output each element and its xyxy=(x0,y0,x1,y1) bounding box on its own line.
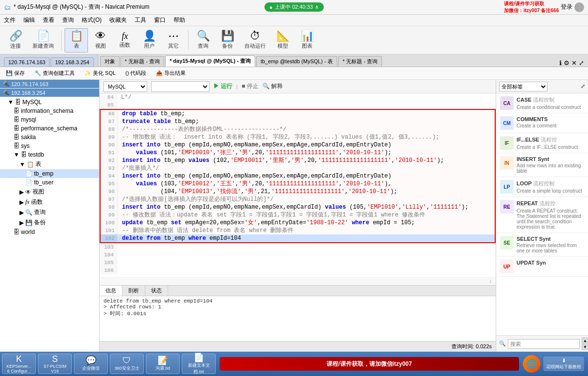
obj-tab-4[interactable]: tb_emp @testdb (MySQL) - 表 xyxy=(256,56,337,67)
toolbar-new-query[interactable]: 📄 新建查询 xyxy=(28,28,58,53)
schema-select[interactable] xyxy=(151,81,209,92)
toolbar-schedule[interactable]: ⏱ 自动运行 xyxy=(240,28,270,53)
sidebar-item-tb-user[interactable]: 📄 tb_user xyxy=(0,178,99,187)
sidebar-item-tables[interactable]: ▼ 📋 表 xyxy=(0,159,99,169)
obj-tab-5[interactable]: * 无标题 - 查询 xyxy=(338,56,382,67)
info-icon[interactable]: ℹ xyxy=(559,59,562,67)
toolbar-sep1 xyxy=(61,31,62,50)
main-area: 🔌 120.76.174.163 🔌 192.168.3.254 ▼ 🗄 MyS… xyxy=(0,80,588,352)
snippet-repeat-desc: Create A REPEAT construct. The Statement… xyxy=(517,208,584,230)
toolbar-model[interactable]: 📐 模型 xyxy=(271,28,294,53)
settings-icon[interactable]: ⚙ xyxy=(564,59,570,67)
conn-tab-2[interactable]: 192.168.3.254 xyxy=(51,57,93,67)
menu-edit[interactable]: 编辑 xyxy=(23,16,35,24)
menu-format[interactable]: 格式(O) xyxy=(82,16,102,24)
stop-button[interactable]: ■ 停止 xyxy=(242,82,259,90)
menu-favorites[interactable]: 收藏夹 xyxy=(109,16,127,24)
info-tab-info[interactable]: 信息 xyxy=(100,286,122,296)
save-btn[interactable]: 💾 保存 xyxy=(4,69,27,77)
snippet-select[interactable]: SE SELECT Synt Retrieve rows selected fr… xyxy=(496,233,588,257)
close-tab-icon[interactable]: ✕ xyxy=(571,59,577,67)
obj-tab-1[interactable]: 对象 xyxy=(100,56,120,67)
sidebar-item-backups[interactable]: ▶ 💾 备份 xyxy=(0,217,99,228)
taskbar-communication[interactable]: 📝 沟通.txt xyxy=(146,354,180,374)
snippet-select-desc: Retrieve rows selected from one or more … xyxy=(517,243,584,253)
toolbar-sep2 xyxy=(188,31,189,50)
schedule-icon: ⏱ xyxy=(250,31,260,41)
taskbar-enterprise-wechat[interactable]: 💬 企业微信 xyxy=(74,354,108,374)
run-button[interactable]: ▶ 运行 xyxy=(213,82,232,90)
taskbar-360[interactable]: 🛡 360安全卫士 xyxy=(110,354,144,374)
user-icon: 👤 xyxy=(143,31,156,41)
menu-window[interactable]: 窗口 xyxy=(154,16,166,24)
expand-icon[interactable]: ⤢ xyxy=(579,59,584,67)
sidebar-item-tb-emp[interactable]: 📄 tb_emp xyxy=(0,169,99,178)
timer-expand[interactable]: ∧ xyxy=(315,4,319,10)
timer-badge[interactable]: ● 上课中 02:40:33 ∧ xyxy=(264,2,324,12)
menu-help[interactable]: 帮助 xyxy=(173,16,185,24)
sidebar-conn-1[interactable]: 🔌 120.76.174.163 xyxy=(0,80,99,88)
snippet-case[interactable]: CA CASE 流程控制 Create a conditional constr… xyxy=(496,93,588,113)
line-num-84: 84 xyxy=(100,93,117,101)
dialect-select[interactable]: MySQL PostgreSQL SQLite xyxy=(104,81,147,92)
snippet-ifelse[interactable]: IF IF...ELSE 流程控 Create a IF...ELSE cons… xyxy=(496,133,588,153)
export-btn[interactable]: 📤 导出结果 xyxy=(154,69,188,77)
taskbar-globe-btn[interactable]: 🌐 xyxy=(523,355,540,373)
sidebar-item-sys[interactable]: 🗄 sys xyxy=(0,142,99,150)
code-snippet-btn[interactable]: () 代码段 xyxy=(123,69,148,77)
code-editor[interactable]: 84 L*/ 85 86 drop table tb_emp; 87 trunc… xyxy=(100,93,496,277)
query-builder-btn[interactable]: 🔧 查询创建工具 xyxy=(33,69,77,77)
sidebar-item-world[interactable]: 🗄 world xyxy=(0,228,99,236)
sidebar-item-functions[interactable]: ▶ fx 函数 xyxy=(0,197,99,207)
obj-tab-3[interactable]: * day15-Mysql @ (MySQL) - 查询 xyxy=(165,55,255,67)
explain-button[interactable]: 🔍 解释 xyxy=(262,82,283,90)
conn-tab-1[interactable]: 120.76.174.163 xyxy=(4,57,50,67)
sidebar-item-sakila[interactable]: 🗄 sakila xyxy=(0,133,99,142)
info-tab-status[interactable]: 状态 xyxy=(145,286,168,296)
taskbar-newfile[interactable]: 📄 新建文本文档.txt xyxy=(182,354,216,374)
snippet-insert[interactable]: IN INSERT Synt Add new rows into an exis… xyxy=(496,153,588,177)
right-panel-filter[interactable]: 全部标签 xyxy=(499,82,548,91)
menu-tools[interactable]: 工具 xyxy=(135,16,146,24)
snippet-comments[interactable]: CM COMMENTS Create a comment xyxy=(496,113,588,133)
menu-view[interactable]: 查看 xyxy=(43,16,54,24)
sidebar-item-views[interactable]: ▶ 👁 视图 xyxy=(0,187,99,197)
sidebar-item-testdb[interactable]: ▼ 🗄 testdb xyxy=(0,150,99,159)
sidebar-item-mysql[interactable]: ▼ 🗄 MySQL xyxy=(0,98,99,107)
sakila-label: sakila xyxy=(21,134,36,141)
sidebar-item-info-schema[interactable]: 🗄 information_schema xyxy=(0,107,99,115)
backup-icon: 💾 xyxy=(221,31,234,41)
toolbar-other[interactable]: ⋯ 其它 xyxy=(162,28,185,53)
toolbar-user[interactable]: 👤 用户 xyxy=(138,28,161,53)
snippet-loop[interactable]: LP LOOP 流程控制 Create a simple loop constr… xyxy=(496,177,588,197)
snippet-update[interactable]: UP UPDAT Syn xyxy=(496,257,588,277)
taskbar-kepserver[interactable]: K KEPServer...6 Configur... xyxy=(2,354,36,374)
snippet-repeat[interactable]: RE REPEAT 流程控 Create A REPEAT construct.… xyxy=(496,197,588,233)
menu-query[interactable]: 查询 xyxy=(62,16,74,24)
obj-tab-2[interactable]: * 无标题 - 查询 xyxy=(121,56,164,67)
info-tab-profiling[interactable]: 剖析 xyxy=(122,286,145,296)
menu-file[interactable]: 文件 xyxy=(4,16,16,24)
sidebar-conn-2[interactable]: 🔌 192.168.3.254 xyxy=(0,89,99,97)
toolbar-connect[interactable]: 🔗 连接 xyxy=(4,28,27,53)
sidebar-item-mysql-db[interactable]: 🗄 mysql xyxy=(0,115,99,124)
login-label[interactable]: 登录 xyxy=(561,3,572,11)
toolbar-backup[interactable]: 💾 备份 xyxy=(216,28,239,53)
snippet-search-input[interactable] xyxy=(508,339,580,349)
queries-icon: 🔍 xyxy=(25,209,33,216)
code-line-106: 106 xyxy=(100,267,496,274)
toolbar-query-btn[interactable]: 🔍 查询 xyxy=(191,28,215,53)
views-expand-icon: ▶ xyxy=(19,189,24,196)
toolbar-view[interactable]: 👁 视图 xyxy=(89,28,112,53)
toolbar-table[interactable]: 📋 表 xyxy=(65,28,88,53)
taskbar-s7[interactable]: S S7-PLCSIMV16 xyxy=(38,354,72,374)
beautify-btn[interactable]: ✨ 美化 SQL xyxy=(83,69,118,77)
toolbar-function[interactable]: fx 函数 xyxy=(113,28,137,53)
scroll-up-btn[interactable]: ▲ xyxy=(582,338,588,343)
right-expand-icon[interactable]: ⤢ xyxy=(581,83,585,90)
toolbar-chart[interactable]: 📊 图表 xyxy=(295,28,319,53)
taskbar-download-btn[interactable]: ⬇ 花呗网站下载教程 xyxy=(543,357,584,371)
scroll-down-btn[interactable]: ▼ xyxy=(582,344,588,350)
sidebar-item-perf-schema[interactable]: 🗄 performance_schema xyxy=(0,124,99,133)
sidebar-item-queries[interactable]: ▶ 🔍 查询 xyxy=(0,207,99,217)
